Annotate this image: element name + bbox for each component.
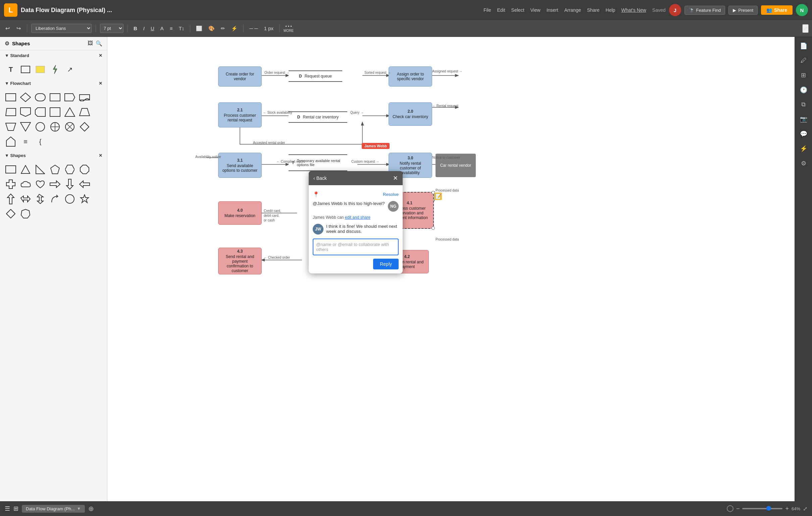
fc-rect[interactable]	[5, 91, 17, 103]
shapes-section-header[interactable]: ▼ Shapes ✕	[0, 150, 107, 161]
align-button[interactable]: ≡	[168, 24, 174, 32]
sh-diamond[interactable]	[5, 208, 17, 220]
fc-annotation[interactable]	[34, 106, 46, 118]
node-assign-order[interactable]: Assign order to specific vendor	[388, 66, 432, 87]
close-comment-button[interactable]: ✕	[393, 174, 398, 182]
layers-icon[interactable]: ⧉	[799, 98, 808, 111]
table-icon[interactable]: ⊞	[798, 69, 809, 82]
menu-insert[interactable]: Insert	[547, 7, 558, 13]
line-width-button[interactable]: 1 px	[262, 24, 275, 32]
bold-button[interactable]: B	[132, 24, 139, 32]
shape-rect[interactable]	[20, 63, 32, 76]
more-button[interactable]: • • • MORE	[284, 24, 294, 32]
standard-section-header[interactable]: ▼ Standard ✕	[0, 50, 107, 61]
share-button[interactable]: 👥 Share	[761, 5, 792, 15]
menu-view[interactable]: View	[530, 7, 541, 13]
sh-up-arrow[interactable]	[5, 193, 17, 205]
fc-diamond2[interactable]	[79, 121, 91, 133]
underline-button[interactable]: U	[149, 24, 156, 32]
fc-diamond[interactable]	[20, 91, 32, 103]
node-20[interactable]: 2.0 Check car inventory	[388, 102, 432, 126]
sh-star[interactable]	[79, 193, 91, 205]
close-flowchart-icon[interactable]: ✕	[99, 81, 102, 86]
sh-down-arrow[interactable]	[64, 178, 76, 190]
zoom-thumb[interactable]	[766, 506, 771, 511]
font-selector[interactable]: Liberation Sans	[31, 24, 92, 33]
fc-list[interactable]: ≡	[20, 136, 32, 148]
tab-dropdown-icon[interactable]: ▼	[77, 506, 81, 511]
shape-arrow[interactable]: ↗	[64, 63, 76, 76]
list-view-icon[interactable]: ☰	[5, 505, 10, 512]
comment-input[interactable]: @name or @email to collaborate with othe…	[313, 238, 399, 255]
back-button[interactable]: ‹ Back	[313, 175, 327, 181]
sh-triangle[interactable]	[20, 163, 32, 175]
menu-select[interactable]: Select	[511, 7, 524, 13]
undo-button[interactable]: ↩	[3, 24, 12, 33]
feature-find-button[interactable]: 🔭 Feature Find	[685, 6, 725, 15]
menu-edit[interactable]: Edit	[497, 7, 505, 13]
redo-button[interactable]: ↪	[14, 24, 23, 33]
fc-trapezoid[interactable]	[79, 106, 91, 118]
fc-circle-x[interactable]	[64, 121, 76, 133]
sh-hexagon[interactable]	[64, 163, 76, 175]
datastore-rental-inventory[interactable]: D Rental car inventory	[289, 111, 347, 123]
fc-rect2[interactable]	[49, 106, 61, 118]
fc-triangle[interactable]	[64, 106, 76, 118]
sh-cross[interactable]	[5, 178, 17, 190]
line-button[interactable]: ✏	[219, 24, 227, 33]
node-31[interactable]: 3.1 Send available options to customer	[218, 153, 262, 178]
diagram-tab[interactable]: Data Flow Diagram (Ph... ▼	[22, 505, 85, 513]
app-icon[interactable]: L	[4, 3, 18, 17]
font-color-button[interactable]: A	[159, 24, 166, 32]
fc-off-page[interactable]	[20, 106, 32, 118]
sh-heart[interactable]	[34, 178, 46, 190]
grid-view-icon[interactable]: ⊞	[13, 505, 19, 512]
clock-icon[interactable]: 🕐	[797, 84, 810, 96]
fc-manual[interactable]	[5, 106, 17, 118]
sh-circle[interactable]	[64, 193, 76, 205]
fill-button[interactable]: 🎨	[207, 24, 216, 33]
camera-icon[interactable]: 📷	[797, 113, 810, 125]
sh-curved-arrow[interactable]	[49, 193, 61, 205]
fc-tape[interactable]	[79, 91, 91, 103]
sh-cloud[interactable]	[20, 178, 32, 190]
fc-inv-trapezoid[interactable]	[5, 121, 17, 133]
fc-brace[interactable]: {	[34, 136, 46, 148]
fc-down-tri[interactable]	[20, 121, 32, 133]
shape-text[interactable]: T	[5, 63, 17, 76]
zoom-in-button[interactable]: +	[785, 505, 789, 512]
settings-icon[interactable]: ⚙	[798, 157, 809, 170]
node-21[interactable]: 2.1 Process customer rental request	[218, 102, 262, 127]
sh-horiz-arrow[interactable]	[20, 193, 32, 205]
fullscreen-icon[interactable]: ⤢	[803, 506, 807, 512]
zoom-slider[interactable]	[742, 508, 782, 509]
sh-right-arrow[interactable]	[49, 178, 61, 190]
image-search-icon[interactable]: 🖼	[88, 40, 93, 47]
sh-rect[interactable]	[5, 163, 17, 175]
fullscreen-button[interactable]: ⤢	[802, 24, 809, 33]
resolve-button[interactable]: Resolve	[383, 192, 399, 197]
edit-share-link[interactable]: edit and share	[345, 215, 371, 220]
fc-house[interactable]	[5, 136, 17, 148]
reply-button[interactable]: Reply	[373, 259, 399, 269]
fc-circle-cross[interactable]	[49, 121, 61, 133]
sh-octagon[interactable]	[79, 163, 91, 175]
font-size-selector[interactable]: 7 pt	[100, 24, 123, 33]
sh-right-tri[interactable]	[34, 163, 46, 175]
zoom-out-button[interactable]: −	[736, 505, 740, 512]
page-icon[interactable]: 📄	[797, 39, 810, 52]
sh-vert-arrow[interactable]	[34, 193, 46, 205]
user-avatar-n[interactable]: N	[796, 4, 808, 16]
plugin-icon[interactable]: ⚡	[797, 142, 810, 155]
format-icon[interactable]: 🖊	[798, 54, 809, 67]
datastore-request-queue[interactable]: D Request queue	[289, 70, 342, 82]
menu-whats-new[interactable]: What's New	[621, 7, 646, 13]
note-badge-41[interactable]: 📝	[435, 193, 442, 200]
sh-irregular[interactable]	[20, 208, 32, 220]
shape-button[interactable]: ⬜	[194, 24, 204, 33]
target-icon[interactable]	[727, 505, 733, 512]
menu-arrange[interactable]: Arrange	[564, 7, 581, 13]
shape-yellow-rect[interactable]	[34, 63, 46, 76]
node-43[interactable]: 4.3 Send rental and payment confirmation…	[218, 248, 262, 275]
menu-file[interactable]: File	[484, 7, 491, 13]
